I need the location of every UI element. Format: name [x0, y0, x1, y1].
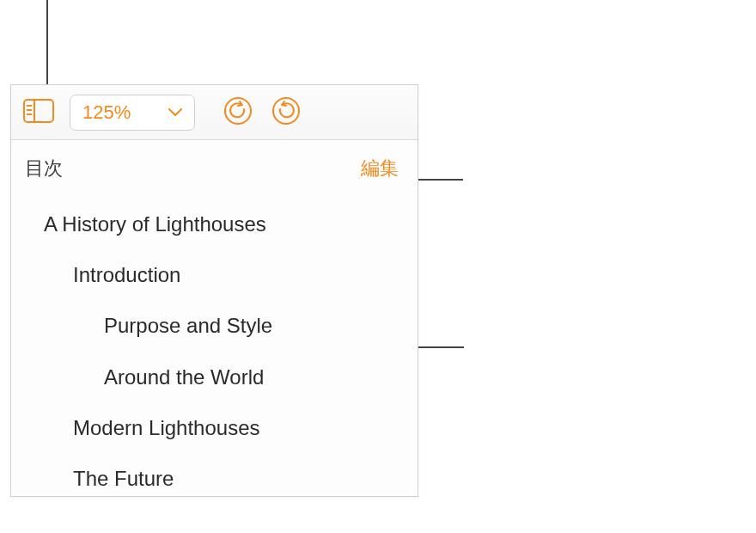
- toc-item[interactable]: Introduction: [11, 249, 418, 300]
- toc-item[interactable]: The Future: [11, 453, 418, 504]
- chevron-down-icon: [168, 105, 182, 120]
- toc-list: A History of Lighthouses Introduction Pu…: [11, 192, 418, 511]
- toc-item[interactable]: Purpose and Style: [11, 300, 418, 351]
- sidebar-panel: 目次 編集 A History of Lighthouses Introduct…: [11, 140, 418, 511]
- svg-point-6: [273, 98, 299, 124]
- toc-header: 目次 編集: [11, 156, 418, 192]
- sidebar-toggle-button[interactable]: [20, 96, 58, 129]
- redo-button[interactable]: [271, 97, 302, 128]
- edit-link[interactable]: 編集: [361, 156, 399, 181]
- undo-redo-group: [223, 97, 302, 128]
- sidebar-icon: [23, 99, 54, 126]
- toc-item[interactable]: Modern Lighthouses: [11, 402, 418, 453]
- toc-title: 目次: [25, 156, 63, 181]
- zoom-dropdown[interactable]: 125%: [70, 95, 195, 131]
- svg-point-5: [225, 98, 251, 124]
- toc-item[interactable]: Around the World: [11, 352, 418, 402]
- undo-icon: [223, 96, 253, 129]
- callout-line-top: [46, 0, 48, 84]
- zoom-value: 125%: [82, 101, 131, 124]
- toc-item[interactable]: A History of Lighthouses: [11, 199, 418, 249]
- redo-icon: [271, 96, 301, 129]
- app-window: 125%: [10, 84, 418, 497]
- toolbar: 125%: [11, 85, 418, 140]
- undo-button[interactable]: [223, 97, 253, 128]
